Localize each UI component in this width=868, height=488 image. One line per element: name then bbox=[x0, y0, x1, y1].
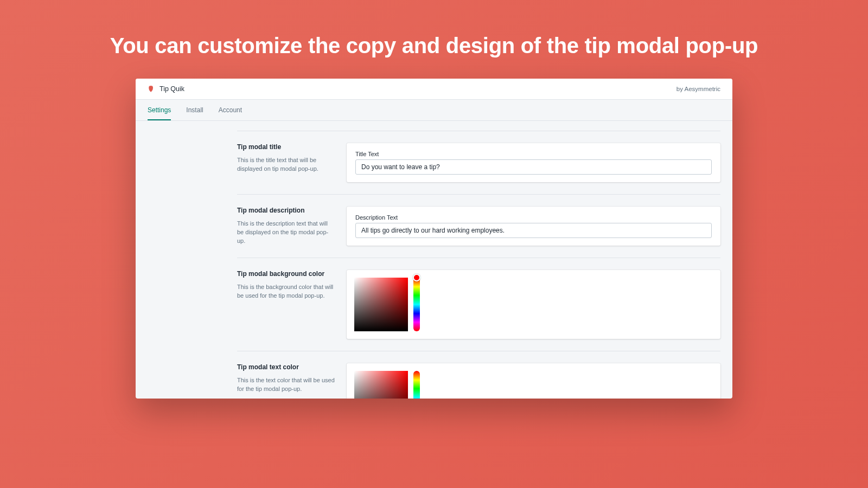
section-info: Tip modal title This is the title text t… bbox=[237, 143, 336, 182]
section-tip-modal-text-color: Tip modal text color This is the text co… bbox=[237, 351, 720, 399]
section-description: This is the background color that will b… bbox=[237, 283, 336, 300]
hue-thumb[interactable] bbox=[413, 274, 420, 281]
tab-bar: Settings Install Account bbox=[136, 100, 732, 121]
section-description: This is the title text that will be disp… bbox=[237, 156, 336, 174]
title-text-input[interactable] bbox=[355, 159, 712, 175]
settings-content: Tip modal title This is the title text t… bbox=[136, 121, 732, 399]
section-card: Title Text bbox=[347, 143, 720, 182]
section-info: Tip modal text color This is the text co… bbox=[237, 363, 336, 399]
app-logo-icon bbox=[148, 85, 155, 93]
section-heading: Tip modal description bbox=[237, 207, 336, 214]
field-label-title-text: Title Text bbox=[355, 151, 712, 157]
saturation-value-area[interactable] bbox=[354, 278, 408, 331]
hue-slider[interactable] bbox=[413, 278, 420, 331]
section-tip-modal-title: Tip modal title This is the title text t… bbox=[237, 131, 720, 194]
tab-settings[interactable]: Settings bbox=[148, 100, 171, 120]
app-by-line: by Aesymmetric bbox=[676, 86, 720, 92]
description-text-input[interactable] bbox=[355, 223, 712, 238]
settings-body: Tip modal title This is the title text t… bbox=[237, 121, 720, 399]
field-label-description-text: Description Text bbox=[355, 214, 712, 221]
app-name: Tip Quik bbox=[159, 85, 184, 93]
hero-title: You can customize the copy and design of… bbox=[110, 34, 758, 58]
section-heading: Tip modal background color bbox=[237, 270, 336, 278]
section-card-color-picker bbox=[347, 363, 720, 399]
section-tip-modal-description: Tip modal description This is the descri… bbox=[237, 194, 720, 258]
hue-slider[interactable] bbox=[413, 371, 420, 399]
app-window: Tip Quik by Aesymmetric Settings Install… bbox=[136, 79, 732, 399]
saturation-value-area[interactable] bbox=[354, 371, 408, 399]
color-picker bbox=[354, 278, 712, 331]
section-heading: Tip modal text color bbox=[237, 363, 336, 371]
section-tip-modal-bg-color: Tip modal background color This is the b… bbox=[237, 258, 720, 351]
tab-account[interactable]: Account bbox=[219, 100, 242, 120]
app-header: Tip Quik by Aesymmetric bbox=[136, 79, 732, 100]
section-description: This is the text color that will be used… bbox=[237, 376, 336, 394]
section-info: Tip modal background color This is the b… bbox=[237, 270, 336, 339]
tab-install[interactable]: Install bbox=[186, 100, 203, 120]
section-heading: Tip modal title bbox=[237, 143, 336, 151]
section-card-color-picker bbox=[347, 270, 720, 339]
section-info: Tip modal description This is the descri… bbox=[237, 207, 336, 246]
app-header-left: Tip Quik bbox=[148, 85, 184, 93]
color-picker bbox=[354, 371, 712, 399]
section-description: This is the description text that will b… bbox=[237, 220, 336, 246]
section-card: Description Text bbox=[347, 207, 720, 246]
